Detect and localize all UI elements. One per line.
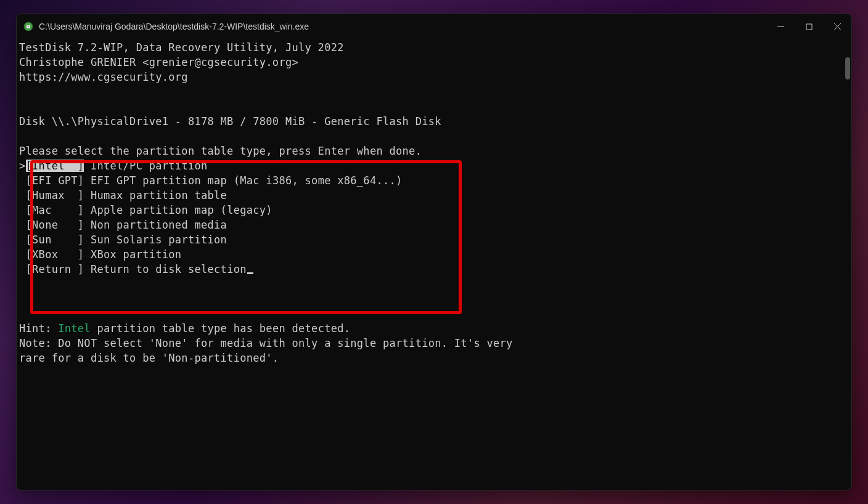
menu-item-label: [XBox ]: [26, 248, 84, 261]
menu-item-label: [Return ]: [26, 263, 84, 275]
terminal-body[interactable]: TestDisk 7.2-WIP, Data Recovery Utility,…: [17, 39, 851, 490]
note-line-2: rare for a disk to be 'Non-partitioned'.: [19, 351, 849, 365]
selector-arrow: [19, 219, 26, 231]
menu-item-desc: Sun Solaris partition: [84, 234, 227, 246]
disk-info: Disk \\.\PhysicalDrive1 - 8178 MB / 7800…: [19, 114, 849, 129]
hint-detected: Intel: [58, 322, 91, 335]
svg-rect-3: [806, 24, 812, 30]
selector-arrow: >: [19, 160, 26, 172]
menu-item-label: [EFI GPT]: [26, 174, 84, 187]
partition-menu: >[Intel ] Intel/PC partition [EFI GPT] E…: [19, 158, 849, 277]
selector-arrow: [19, 204, 26, 216]
menu-item-desc: XBox partition: [84, 248, 181, 261]
menu-item-label: [Mac ]: [26, 204, 84, 216]
selector-arrow: [19, 248, 26, 261]
maximize-button[interactable]: [795, 14, 823, 39]
titlebar[interactable]: C:\Users\Manuviraj Godara\Desktop\testdi…: [17, 14, 851, 39]
header-line-2: Christophe GRENIER <grenier@cgsecurity.o…: [19, 55, 849, 70]
menu-item-label: [Sun ]: [26, 234, 84, 246]
note-line-1: Note: Do NOT select 'None' for media wit…: [19, 336, 849, 351]
menu-item-label: [Intel ]: [26, 160, 84, 172]
header-line-3: https://www.cgsecurity.org: [19, 70, 849, 84]
terminal-window: C:\Users\Manuviraj Godara\Desktop\testdi…: [16, 14, 852, 490]
menu-item-desc: Return to disk selection: [84, 263, 246, 275]
selector-arrow: [19, 174, 26, 187]
menu-item-desc: EFI GPT partition map (Mac i386, some x8…: [84, 174, 402, 187]
minimize-button[interactable]: [766, 14, 795, 39]
close-button[interactable]: [823, 14, 851, 39]
menu-item-xbox[interactable]: [XBox ] XBox partition: [19, 247, 849, 262]
window-title: C:\Users\Manuviraj Godara\Desktop\testdi…: [39, 22, 766, 31]
menu-item-label: [None ]: [26, 219, 84, 231]
hint-line: Hint: Intel partition table type has bee…: [19, 321, 849, 336]
menu-item-none[interactable]: [None ] Non partitioned media: [19, 217, 849, 232]
menu-item-humax[interactable]: [Humax ] Humax partition table: [19, 188, 849, 203]
selector-arrow: [19, 189, 26, 201]
header-line-1: TestDisk 7.2-WIP, Data Recovery Utility,…: [19, 40, 849, 55]
menu-item-intel[interactable]: >[Intel ] Intel/PC partition: [19, 158, 849, 173]
scrollbar[interactable]: [845, 57, 850, 79]
menu-item-efi-gpt[interactable]: [EFI GPT] EFI GPT partition map (Mac i38…: [19, 173, 849, 188]
menu-item-desc: Apple partition map (legacy): [84, 204, 272, 216]
window-controls: [766, 14, 851, 39]
selector-arrow: [19, 263, 26, 275]
menu-item-desc: Humax partition table: [84, 189, 227, 201]
menu-item-mac[interactable]: [Mac ] Apple partition map (legacy): [19, 203, 849, 217]
menu-item-desc: Non partitioned media: [84, 219, 227, 231]
menu-item-return[interactable]: [Return ] Return to disk selection: [19, 262, 849, 277]
prompt: Please select the partition table type, …: [19, 144, 849, 158]
selector-arrow: [19, 234, 26, 246]
menu-item-label: [Humax ]: [26, 189, 84, 201]
app-icon: [23, 21, 34, 32]
menu-item-desc: Intel/PC partition: [84, 160, 207, 172]
menu-item-sun[interactable]: [Sun ] Sun Solaris partition: [19, 232, 849, 247]
svg-point-2: [28, 26, 29, 27]
text-cursor: [247, 272, 253, 274]
